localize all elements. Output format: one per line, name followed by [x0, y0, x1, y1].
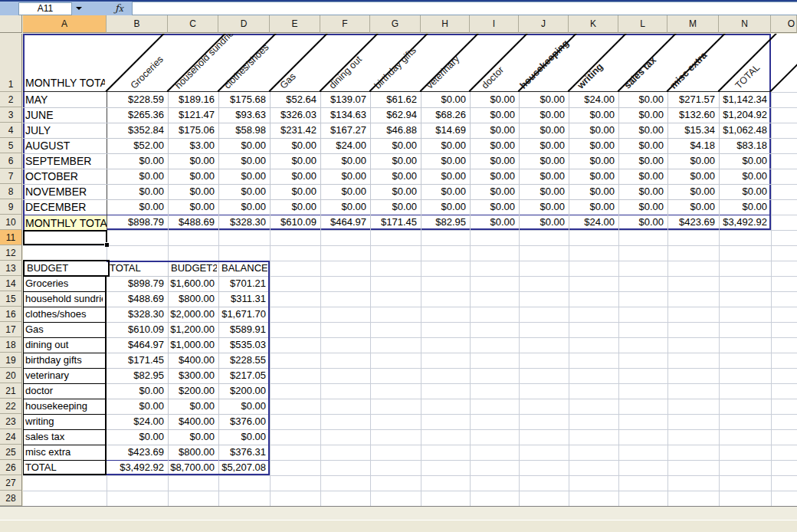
row-header-22[interactable]: 22 — [0, 399, 22, 414]
cell-D15[interactable]: $311.31 — [219, 291, 266, 307]
row-header-16[interactable]: 16 — [0, 307, 22, 322]
cell-H4[interactable]: $14.69 — [421, 123, 466, 138]
cell-B22[interactable]: $0.00 — [107, 399, 164, 414]
cell-A5[interactable]: AUGUST — [25, 138, 105, 153]
row-header-14[interactable]: 14 — [0, 276, 22, 291]
cell-A19[interactable]: birthday gifts — [25, 353, 103, 368]
cell-A14[interactable]: Groceries — [25, 276, 103, 291]
cell-A7[interactable]: OCTOBER — [25, 169, 105, 184]
row-header-18[interactable]: 18 — [0, 337, 22, 353]
cell-I6[interactable]: $0.00 — [471, 153, 515, 169]
cell-D8[interactable]: $0.00 — [219, 184, 266, 199]
cell-I9[interactable]: $0.00 — [471, 199, 515, 215]
cell-M9[interactable]: $0.00 — [668, 199, 715, 215]
cell-F2[interactable]: $139.07 — [321, 92, 366, 107]
category-header-cell[interactable]: birthday gifts — [372, 44, 419, 92]
cell-A3[interactable]: JUNE — [25, 107, 105, 123]
cell-G10[interactable]: $171.45 — [371, 215, 417, 230]
category-header-cell[interactable]: veterinary — [424, 53, 463, 92]
cell-J4[interactable]: $0.00 — [520, 123, 565, 138]
cell-M3[interactable]: $132.60 — [668, 107, 715, 123]
cell-K4[interactable]: $0.00 — [569, 123, 615, 138]
cell-G4[interactable]: $46.88 — [371, 123, 417, 138]
cell-A20[interactable]: veterinary — [25, 368, 103, 383]
cell-B16[interactable]: $328.30 — [107, 307, 164, 322]
cell-E7[interactable]: $0.00 — [271, 169, 317, 184]
cell-M2[interactable]: $271.57 — [668, 92, 715, 107]
cell-L6[interactable]: $0.00 — [619, 153, 664, 169]
cell-H10[interactable]: $82.95 — [421, 215, 466, 230]
row-header-8[interactable]: 8 — [0, 184, 22, 199]
cell-B10[interactable]: $898.79 — [107, 215, 164, 230]
column-header-M[interactable]: M — [667, 15, 719, 33]
cell-C21[interactable]: $200.00 — [169, 383, 215, 399]
category-header-cell[interactable]: housekeeping — [517, 38, 572, 92]
cell-B6[interactable]: $0.00 — [107, 153, 164, 169]
cell-L9[interactable]: $0.00 — [619, 199, 664, 215]
cell-H6[interactable]: $0.00 — [421, 153, 466, 169]
cell-M8[interactable]: $0.00 — [668, 184, 715, 199]
cell-J9[interactable]: $0.00 — [520, 199, 565, 215]
row-header-9[interactable]: 9 — [0, 199, 22, 215]
cell-A6[interactable]: SEPTEMBER — [25, 153, 105, 169]
column-header-O[interactable]: O — [771, 15, 797, 33]
cell-A26[interactable]: TOTAL — [25, 460, 103, 475]
cell-C7[interactable]: $0.00 — [169, 169, 215, 184]
cell-A8[interactable]: NOVEMBER — [25, 184, 105, 199]
cell-F9[interactable]: $0.00 — [321, 199, 366, 215]
cell-E4[interactable]: $231.42 — [271, 123, 317, 138]
row-header-26[interactable]: 26 — [0, 460, 22, 475]
cell-G5[interactable]: $0.00 — [371, 138, 417, 153]
cell-B13[interactable]: TOTAL — [110, 261, 156, 276]
column-header-A[interactable]: A — [23, 15, 107, 33]
row-header-4[interactable]: 4 — [0, 123, 22, 138]
cell-D25[interactable]: $376.31 — [219, 445, 266, 460]
cell-K2[interactable]: $24.00 — [569, 92, 615, 107]
cell-D6[interactable]: $0.00 — [219, 153, 266, 169]
cell-J7[interactable]: $0.00 — [520, 169, 565, 184]
cell-K9[interactable]: $0.00 — [569, 199, 615, 215]
cell-C16[interactable]: $2,000.00 — [169, 307, 215, 322]
cell-A17[interactable]: Gas — [25, 322, 103, 337]
cell-A9[interactable]: DECEMBER — [25, 199, 105, 215]
cell-E6[interactable]: $0.00 — [271, 153, 317, 169]
cell-B9[interactable]: $0.00 — [107, 199, 164, 215]
cell-L7[interactable]: $0.00 — [619, 169, 664, 184]
row-header-24[interactable]: 24 — [0, 429, 22, 445]
cell-E9[interactable]: $0.00 — [271, 199, 317, 215]
column-header-E[interactable]: E — [270, 15, 320, 33]
cell-J10[interactable]: $0.00 — [520, 215, 565, 230]
cell-G8[interactable]: $0.00 — [371, 184, 417, 199]
cell-E10[interactable]: $610.09 — [271, 215, 317, 230]
cell-A21[interactable]: doctor — [25, 383, 103, 399]
cell-K8[interactable]: $0.00 — [569, 184, 615, 199]
column-header-K[interactable]: K — [569, 15, 618, 33]
cell-A25[interactable]: misc extra — [25, 445, 103, 460]
cell-E3[interactable]: $326.03 — [271, 107, 317, 123]
cell-J5[interactable]: $0.00 — [520, 138, 565, 153]
cell-I4[interactable]: $0.00 — [471, 123, 515, 138]
cell-J2[interactable]: $0.00 — [520, 92, 565, 107]
cell-F5[interactable]: $24.00 — [321, 138, 366, 153]
cell-E5[interactable]: $0.00 — [271, 138, 317, 153]
cell-D2[interactable]: $175.68 — [219, 92, 266, 107]
cell-A15[interactable]: household sundries — [25, 291, 103, 307]
cell-M4[interactable]: $15.34 — [668, 123, 715, 138]
cell-D13[interactable]: BALANCE — [221, 261, 267, 276]
cell-I10[interactable]: $0.00 — [471, 215, 515, 230]
cell-C24[interactable]: $0.00 — [169, 429, 215, 445]
cell-N5[interactable]: $83.18 — [720, 138, 767, 153]
sheet-area[interactable]: MONTHLY TOTALMAY$228.59$189.16$175.68$52… — [23, 34, 797, 506]
select-all-corner[interactable] — [0, 15, 22, 33]
cell-A4[interactable]: JULY — [25, 123, 105, 138]
cell-L4[interactable]: $0.00 — [619, 123, 664, 138]
cell-D16[interactable]: $1,671.70 — [219, 307, 266, 322]
cell-N4[interactable]: $1,062.48 — [720, 123, 767, 138]
category-header-cell[interactable]: Gas — [277, 71, 299, 92]
cell-A16[interactable]: clothes/shoes — [25, 307, 103, 322]
cell-D9[interactable]: $0.00 — [219, 199, 266, 215]
cell-N7[interactable]: $0.00 — [720, 169, 767, 184]
row-header-3[interactable]: 3 — [0, 107, 22, 123]
cell-B21[interactable]: $0.00 — [107, 383, 164, 399]
cell-E8[interactable]: $0.00 — [271, 184, 317, 199]
